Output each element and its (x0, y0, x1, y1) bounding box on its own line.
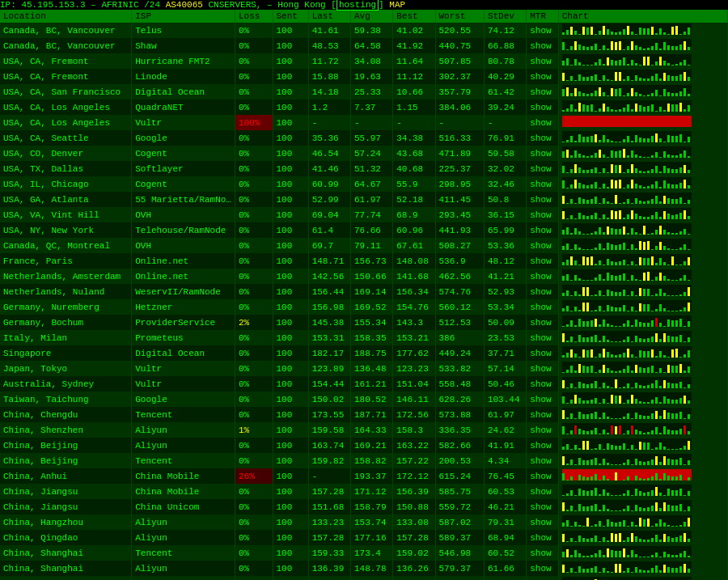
svg-rect-813 (639, 415, 641, 419)
cell-loss: 0% (235, 345, 273, 361)
cell-mtr[interactable]: show (527, 284, 559, 299)
svg-rect-676 (619, 354, 621, 358)
cell-mtr[interactable]: show (527, 484, 559, 499)
svg-rect-1137 (615, 564, 617, 573)
cell-mtr[interactable]: show (527, 499, 559, 514)
cell-mtr[interactable]: show (527, 69, 559, 84)
svg-rect-189 (655, 111, 658, 112)
cell-isp: Digital Ocean (132, 345, 235, 361)
cell-mtr[interactable]: show (527, 23, 559, 38)
cell-mtr[interactable]: show (527, 269, 559, 284)
cell-mtr[interactable]: show (527, 422, 559, 438)
svg-rect-625 (679, 319, 682, 327)
svg-rect-441 (603, 248, 605, 250)
svg-rect-79 (611, 60, 613, 66)
cell-mtr[interactable]: show (527, 253, 559, 269)
cell-mtr[interactable]: show (527, 53, 559, 69)
svg-rect-315 (627, 184, 629, 188)
svg-rect-635 (586, 337, 589, 342)
svg-rect-840 (615, 426, 617, 434)
svg-rect-704 (599, 370, 601, 373)
svg-rect-367 (570, 215, 573, 219)
svg-rect-599 (574, 325, 577, 327)
cell-mtr[interactable]: show (527, 99, 559, 115)
svg-rect-213 (615, 142, 617, 142)
svg-rect-910 (631, 464, 633, 465)
cell-loss: 0% (235, 407, 273, 422)
svg-rect-90 (655, 61, 658, 66)
cell-stdev: 36.15 (484, 207, 526, 222)
svg-rect-261 (675, 155, 678, 158)
svg-rect-649 (643, 339, 645, 342)
svg-rect-739 (607, 386, 609, 388)
cell-mtr[interactable]: show (527, 345, 559, 361)
svg-rect-1156 (562, 577, 692, 580)
svg-rect-396 (688, 216, 690, 219)
cell-stdev: 76.91 (484, 130, 526, 146)
cell-mtr[interactable]: show (527, 514, 559, 530)
svg-rect-300 (566, 188, 569, 188)
cell-mtr[interactable]: show (527, 576, 559, 580)
svg-rect-147 (619, 88, 621, 96)
cell-mtr[interactable]: show (527, 361, 559, 376)
svg-rect-606 (603, 320, 605, 327)
cell-mtr[interactable]: show (527, 130, 559, 146)
svg-rect-57 (655, 43, 658, 50)
cell-mtr[interactable]: show (527, 38, 559, 53)
svg-rect-104 (578, 74, 581, 81)
svg-rect-648 (639, 338, 641, 342)
svg-rect-940 (619, 472, 621, 481)
cell-sent: 100 (273, 192, 308, 207)
cell-best: 41.02 (393, 23, 435, 38)
table-row: Taiwan, Taichung Google 0% 100 150.02 18… (0, 392, 728, 407)
cell-mtr[interactable]: show (527, 392, 559, 407)
svg-rect-97 (684, 60, 686, 66)
svg-rect-42 (595, 44, 597, 50)
cell-mtr[interactable]: show (527, 161, 559, 176)
cell-mtr[interactable]: show (527, 176, 559, 192)
svg-rect-254 (647, 157, 650, 158)
cell-mtr[interactable]: show (527, 192, 559, 207)
cell-mtr[interactable]: show (527, 115, 559, 130)
cell-location: Germany, Bochum (0, 315, 132, 330)
cell-mtr[interactable]: show (527, 438, 559, 453)
svg-rect-234 (566, 150, 569, 158)
cell-mtr[interactable]: show (527, 207, 559, 222)
cell-mtr[interactable]: show (527, 530, 559, 545)
cell-mtr[interactable]: show (527, 468, 559, 484)
svg-rect-248 (623, 149, 625, 158)
svg-rect-914 (647, 461, 650, 465)
table-row: Australia, Sydney Vultr 0% 100 154.44 16… (0, 376, 728, 392)
table-row: Germany, Nuremberg Hetzner 0% 100 156.98… (0, 299, 728, 315)
svg-rect-85 (635, 63, 637, 66)
cell-mtr[interactable]: show (527, 407, 559, 422)
svg-rect-110 (603, 75, 605, 81)
svg-rect-128 (675, 76, 678, 81)
cell-mtr[interactable]: show (527, 222, 559, 238)
cell-mtr[interactable]: show (527, 315, 559, 330)
cell-stdev: 32.46 (484, 176, 526, 192)
table-row: USA, IL, Chicago Cogent 0% 100 60.99 64.… (0, 176, 728, 192)
cell-mtr[interactable]: show (527, 330, 559, 345)
svg-rect-443 (611, 244, 613, 250)
cell-mtr[interactable]: show (527, 453, 559, 468)
svg-rect-643 (619, 341, 621, 342)
cell-mtr[interactable]: show (527, 299, 559, 315)
svg-rect-1079 (647, 540, 650, 542)
cell-mtr[interactable]: show (527, 238, 559, 253)
cell-best: 177.62 (393, 345, 435, 361)
cell-sent: 100 (273, 99, 308, 115)
cell-mtr[interactable]: show (527, 561, 559, 576)
cell-stdev: 53.34 (484, 299, 526, 315)
cell-avg: 161.21 (350, 376, 392, 392)
table-row: China, Shanghai Tencent 0% 100 159.33 17… (0, 545, 728, 561)
cell-mtr[interactable]: show (527, 146, 559, 161)
svg-rect-804 (603, 413, 605, 419)
cell-mtr[interactable]: show (527, 84, 559, 99)
cell-isp: Google (132, 392, 235, 407)
svg-rect-416 (635, 232, 637, 235)
svg-rect-12 (607, 29, 609, 35)
cell-chart (558, 23, 727, 38)
cell-mtr[interactable]: show (527, 545, 559, 561)
cell-mtr[interactable]: show (527, 376, 559, 392)
